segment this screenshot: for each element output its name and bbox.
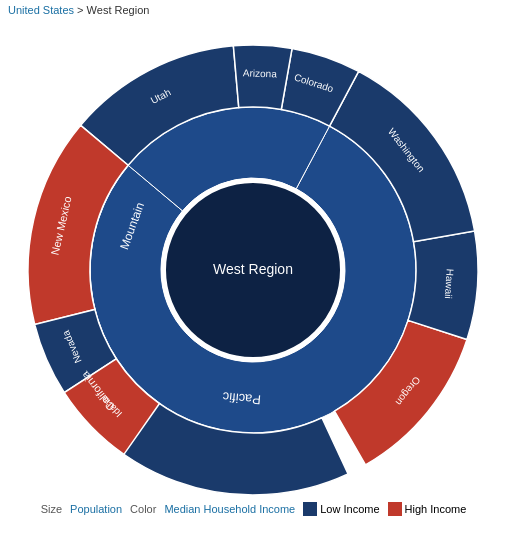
breadcrumb-current: West Region	[87, 4, 150, 16]
high-income-legend: High Income	[388, 502, 467, 516]
low-income-label: Low Income	[320, 503, 379, 515]
high-income-box	[388, 502, 402, 516]
breadcrumb: United States > West Region	[0, 0, 507, 20]
color-label: Color	[130, 503, 156, 515]
low-income-legend: Low Income	[303, 502, 379, 516]
breadcrumb-separator: >	[77, 4, 86, 16]
high-income-label: High Income	[405, 503, 467, 515]
breadcrumb-parent[interactable]: United States	[8, 4, 74, 16]
chart-container: Size Population Color Median Household I…	[0, 20, 507, 520]
mhi-link[interactable]: Median Household Income	[164, 503, 295, 515]
low-income-box	[303, 502, 317, 516]
size-label: Size	[41, 503, 62, 515]
population-link[interactable]: Population	[70, 503, 122, 515]
pie-chart-canvas[interactable]	[13, 30, 493, 498]
legend: Size Population Color Median Household I…	[0, 498, 507, 520]
